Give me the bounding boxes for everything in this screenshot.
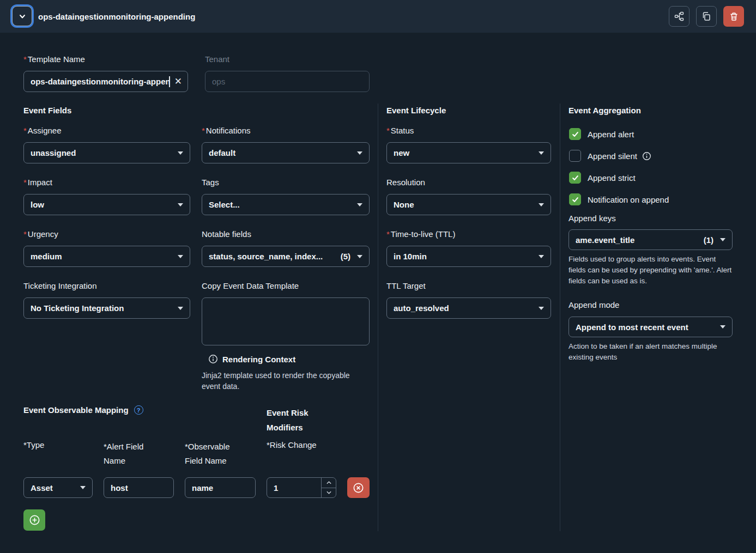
chevron-down-icon bbox=[80, 486, 86, 489]
selected-value: None bbox=[394, 200, 534, 209]
selected-value: Select... bbox=[209, 200, 353, 209]
ttl-target-select[interactable]: auto_resolved bbox=[386, 297, 551, 319]
template-title: ops-dataingestionmonitoring-appending bbox=[38, 0, 195, 33]
info-icon bbox=[642, 151, 651, 161]
trash-icon bbox=[729, 12, 739, 21]
notification-on-append-label: Notification on append bbox=[588, 195, 669, 204]
add-row-button[interactable] bbox=[23, 509, 45, 531]
risk-modifiers-heading: Event Risk Modifiers bbox=[267, 405, 321, 435]
status-label: *Status bbox=[386, 125, 414, 136]
append-alert-checkbox[interactable] bbox=[569, 128, 581, 140]
flow-button[interactable] bbox=[669, 6, 690, 27]
text-cursor bbox=[169, 76, 170, 87]
selected-value: status, source_name, index... bbox=[209, 252, 336, 261]
chevron-down-icon bbox=[539, 307, 544, 310]
chevron-down-icon bbox=[178, 203, 183, 206]
collapse-button[interactable] bbox=[12, 6, 32, 26]
selected-value: medium bbox=[31, 252, 173, 261]
ttl-select[interactable]: in 10min bbox=[386, 246, 551, 267]
checkmark-icon bbox=[571, 196, 579, 204]
observable-field-input[interactable] bbox=[185, 477, 256, 498]
selected-value: new bbox=[394, 148, 534, 157]
urgency-label: *Urgency bbox=[23, 229, 58, 240]
clear-input-button[interactable]: ✕ bbox=[174, 77, 182, 86]
rendering-context-help: Jinja2 template used to render the copya… bbox=[202, 370, 363, 392]
append-mode-label: Append mode bbox=[568, 300, 619, 311]
template-name-field: ✕ bbox=[23, 71, 188, 92]
ttl-target-label: TTL Target bbox=[386, 281, 426, 291]
label-text: Time-to-live (TTL) bbox=[391, 229, 456, 239]
chevron-down-icon bbox=[357, 255, 362, 258]
notable-fields-select[interactable]: status, source_name, index... (5) bbox=[202, 246, 370, 267]
header: ops-dataingestionmonitoring-appending bbox=[0, 0, 756, 33]
notable-fields-label: Notable fields bbox=[202, 229, 251, 240]
label-text: Assignee bbox=[28, 126, 62, 135]
resolution-label: Resolution bbox=[386, 177, 425, 188]
increment-button[interactable] bbox=[322, 478, 336, 488]
info-icon bbox=[208, 354, 218, 364]
required-marker: * bbox=[202, 126, 205, 135]
checkmark-icon bbox=[571, 130, 579, 138]
copy-event-data-template-label: Copy Event Data Template bbox=[202, 281, 299, 291]
observable-mapping-heading: Event Observable Mapping bbox=[23, 405, 129, 415]
append-strict-checkbox[interactable] bbox=[569, 172, 581, 184]
column-divider bbox=[560, 104, 560, 531]
help-icon[interactable]: ? bbox=[134, 405, 143, 415]
status-select[interactable]: new bbox=[386, 142, 551, 163]
impact-select[interactable]: low bbox=[23, 194, 190, 215]
circle-plus-icon bbox=[29, 514, 40, 526]
circle-x-icon bbox=[353, 482, 364, 494]
flow-icon bbox=[674, 11, 684, 21]
delete-template-button[interactable] bbox=[723, 6, 744, 27]
alert-field-input[interactable] bbox=[104, 477, 174, 498]
type-column-label: *Type bbox=[23, 440, 44, 451]
template-name-input[interactable] bbox=[31, 77, 169, 86]
chevron-down-icon bbox=[326, 490, 332, 495]
tags-select[interactable]: Select... bbox=[202, 194, 370, 215]
append-silent-checkbox[interactable] bbox=[569, 150, 581, 162]
assignee-select[interactable]: unassigned bbox=[23, 142, 190, 163]
selected-value: Asset bbox=[31, 483, 76, 493]
ticketing-integration-select[interactable]: No Ticketing Integration bbox=[23, 297, 190, 319]
label-text: Notifications bbox=[206, 126, 251, 135]
rendering-context-row: Rendering Context bbox=[208, 354, 295, 364]
label-text: Urgency bbox=[28, 229, 58, 239]
append-silent-row: Append silent bbox=[569, 149, 651, 162]
append-alert-label: Append alert bbox=[588, 130, 634, 139]
risk-change-input[interactable] bbox=[267, 478, 321, 497]
append-mode-select[interactable]: Append to most recent event bbox=[568, 317, 733, 337]
required-marker: * bbox=[23, 229, 27, 239]
label-text: Status bbox=[391, 126, 414, 135]
copy-button[interactable] bbox=[696, 6, 717, 27]
append-strict-row: Append strict bbox=[569, 171, 636, 184]
selected-value: ame.event_title bbox=[576, 235, 699, 245]
resolution-select[interactable]: None bbox=[386, 194, 551, 215]
notification-on-append-checkbox[interactable] bbox=[569, 193, 581, 205]
notification-on-append-row: Notification on append bbox=[569, 193, 669, 206]
selected-value: unassigned bbox=[31, 148, 173, 157]
tenant-input[interactable] bbox=[205, 71, 370, 92]
chevron-down-icon bbox=[178, 151, 183, 155]
required-marker: * bbox=[23, 54, 27, 64]
required-marker: * bbox=[386, 229, 390, 239]
copy-event-data-template-textarea[interactable] bbox=[202, 297, 370, 345]
copy-icon bbox=[701, 11, 711, 21]
chevron-down-icon bbox=[357, 151, 362, 155]
column-divider bbox=[378, 104, 378, 531]
decrement-button[interactable] bbox=[322, 488, 336, 498]
chevron-down-icon bbox=[720, 325, 725, 329]
selected-count: (1) bbox=[704, 235, 713, 245]
mapping-type-select[interactable]: Asset bbox=[23, 477, 93, 498]
required-marker: * bbox=[386, 126, 390, 135]
urgency-select[interactable]: medium bbox=[23, 246, 190, 267]
append-keys-select[interactable]: ame.event_title (1) bbox=[568, 229, 733, 250]
chevron-down-icon bbox=[720, 238, 725, 241]
ticketing-integration-label: Ticketing Integration bbox=[23, 281, 97, 291]
tags-label: Tags bbox=[202, 177, 219, 188]
stepper-controls bbox=[321, 478, 336, 497]
observable-field-column-label: *Observable Field Name bbox=[185, 440, 245, 468]
notifications-select[interactable]: default bbox=[202, 142, 370, 163]
impact-label: *Impact bbox=[23, 177, 52, 188]
remove-row-button[interactable] bbox=[347, 477, 370, 498]
append-silent-label: Append silent bbox=[588, 151, 637, 161]
